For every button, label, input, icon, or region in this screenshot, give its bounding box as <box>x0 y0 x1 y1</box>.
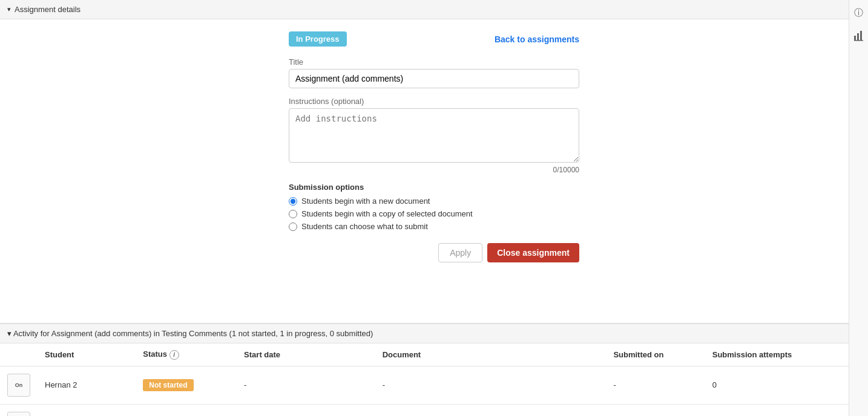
char-count: 0/10000 <box>289 166 579 174</box>
table-header-row: Student Status i Start date Document Sub… <box>0 343 849 366</box>
col-start-date: Start date <box>237 343 375 366</box>
row-start-date: 1:28 PM Dec 28 2023 <box>237 404 375 416</box>
right-sidebar: ⓘ <box>849 0 868 416</box>
activity-header-label: Activity for Assignment (add comments) i… <box>13 329 373 338</box>
submission-option-2[interactable]: Students begin with a copy of selected d… <box>289 209 579 218</box>
title-label: Title <box>289 57 579 67</box>
row-submission-attempts: 0 <box>705 366 849 404</box>
submission-option-2-label: Students begin with a copy of selected d… <box>301 209 473 218</box>
row-student: Hernan 2 <box>38 366 109 404</box>
svg-rect-1 <box>857 33 859 41</box>
row-start-date: - <box>237 366 375 404</box>
submission-radio-2[interactable] <box>289 210 297 218</box>
submission-option-1[interactable]: Students begin with a new document <box>289 197 579 206</box>
col-student: Student <box>38 343 109 366</box>
submission-option-1-label: Students begin with a new document <box>301 197 430 206</box>
status-badge: In Progress <box>289 31 347 47</box>
table-row: On Hernan 7 💬 In progress 1:28 PM Dec 28… <box>0 404 849 416</box>
col-status: Status i <box>136 343 237 366</box>
col-submitted-on: Submitted on <box>606 343 705 366</box>
row-icon-cell: On <box>0 366 38 404</box>
title-input[interactable] <box>289 69 579 88</box>
chevron-icon: ▾ <box>7 5 11 13</box>
top-row: In Progress Back to assignments <box>289 31 579 47</box>
close-assignment-button[interactable]: Close assignment <box>487 243 579 262</box>
col-icon <box>0 343 38 366</box>
row-comment <box>109 366 136 404</box>
col-submission-attempts: Submission attempts <box>705 343 849 366</box>
info-sidebar-icon[interactable]: ⓘ <box>852 6 866 19</box>
row-submission-attempts: 0 <box>705 404 849 416</box>
apply-button[interactable]: Apply <box>438 243 482 262</box>
row-document: Hernan 7_Assignment (add comments) <box>375 404 607 416</box>
col-comment <box>109 343 136 366</box>
form-container: In Progress Back to assignments Title In… <box>289 31 579 262</box>
status-badge-not-started: Not started <box>143 379 193 391</box>
activity-table: Student Status i Start date Document Sub… <box>0 343 849 416</box>
instructions-wrapper: 0/10000 <box>289 108 579 174</box>
row-student: Hernan 7 <box>38 404 109 416</box>
row-icon-cell: On <box>0 404 38 416</box>
status-info-icon[interactable]: i <box>169 350 179 360</box>
main-content: In Progress Back to assignments Title In… <box>0 19 868 275</box>
submission-option-3-label: Students can choose what to submit <box>301 222 428 231</box>
submission-radio-3[interactable] <box>289 223 297 231</box>
row-status: Not started <box>136 366 237 404</box>
assignment-details-label: Assignment details <box>15 5 81 14</box>
row-status: In progress <box>136 404 237 416</box>
chart-sidebar-icon[interactable] <box>852 29 866 42</box>
table-row: On Hernan 2 Not started - - - 0 <box>0 366 849 404</box>
row-submitted-on: - <box>606 366 705 404</box>
svg-rect-0 <box>854 36 856 41</box>
row-document: - <box>375 366 607 404</box>
assignment-details-header: ▾ Assignment details <box>0 0 868 19</box>
back-to-assignments-link[interactable]: Back to assignments <box>495 34 579 44</box>
submission-options-label: Submission options <box>289 183 579 192</box>
document-icon: On <box>7 374 30 397</box>
instructions-textarea[interactable] <box>289 108 579 163</box>
activity-chevron-icon: ▾ <box>7 329 12 338</box>
submission-option-3[interactable]: Students can choose what to submit <box>289 222 579 231</box>
submission-options-group: Students begin with a new document Stude… <box>289 197 579 231</box>
col-document: Document <box>375 343 607 366</box>
row-submitted-on <box>606 404 705 416</box>
submission-radio-1[interactable] <box>289 197 297 206</box>
activity-section: ▾ Activity for Assignment (add comments)… <box>0 323 849 416</box>
action-row: Apply Close assignment <box>289 243 579 262</box>
activity-header: ▾ Activity for Assignment (add comments)… <box>0 323 849 343</box>
row-comment: 💬 <box>109 404 136 416</box>
document-icon: On <box>7 412 30 417</box>
svg-rect-2 <box>860 31 862 41</box>
instructions-label: Instructions (optional) <box>289 97 579 106</box>
